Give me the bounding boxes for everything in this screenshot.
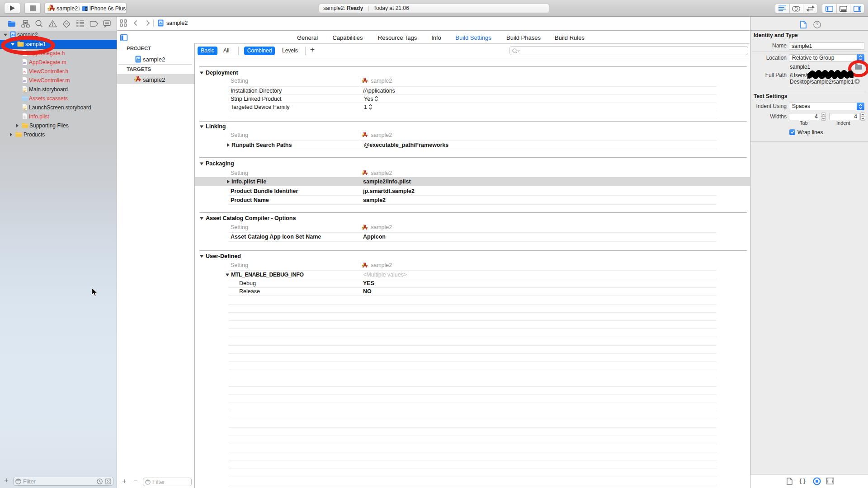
svg-text:?: ?	[816, 22, 819, 27]
svg-text:m: m	[23, 79, 26, 83]
svg-text:m: m	[23, 61, 26, 65]
svg-text:h: h	[24, 70, 26, 74]
